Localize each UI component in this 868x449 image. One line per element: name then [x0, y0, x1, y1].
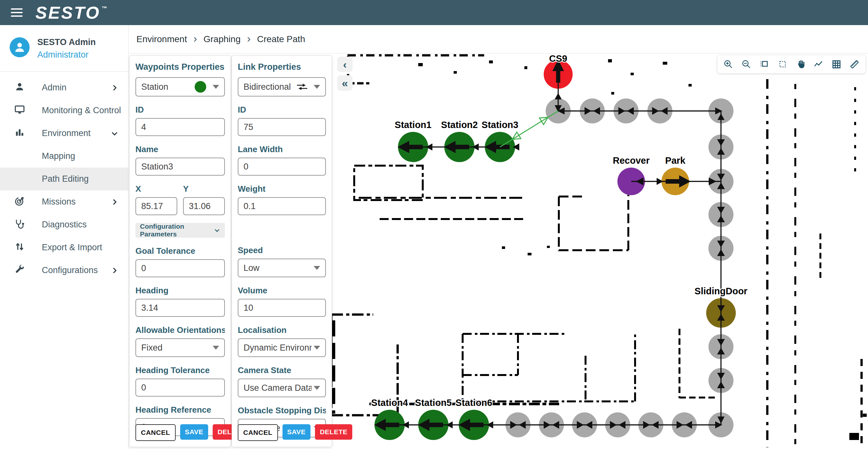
- heading-tolerance-input[interactable]: 0: [135, 379, 225, 396]
- sidebar-item-mapping[interactable]: Mapping: [0, 145, 128, 167]
- cancel-button[interactable]: CANCEL: [238, 424, 278, 441]
- map-area: CS9SlidingDoorStation1Station2Station3Re…: [129, 54, 868, 449]
- map-toolbar: [717, 55, 865, 73]
- sidebar-item-monitoring[interactable]: Monitoring & Control: [0, 99, 128, 122]
- sidebar-item-admin[interactable]: Admin: [0, 76, 128, 99]
- breadcrumb-environment[interactable]: Environment: [136, 34, 187, 44]
- monitor-icon: [14, 104, 27, 117]
- camera-state-select[interactable]: Use Camera Data: [238, 379, 326, 397]
- delete-button[interactable]: DELETE: [315, 424, 352, 440]
- map-node-label: CS9: [549, 54, 567, 64]
- sidebar: SESTO Admin Administrator Admin Monitori…: [0, 25, 129, 449]
- weight-label: Weight: [238, 184, 326, 194]
- stethoscope-icon: [14, 218, 27, 231]
- goal-tolerance-input[interactable]: 0: [135, 259, 225, 277]
- heading-input[interactable]: 3.14: [135, 299, 225, 317]
- breadcrumb-separator: ›: [193, 32, 197, 45]
- chevron-right-icon: [110, 84, 119, 92]
- heading-reference-label: Heading Reference: [135, 405, 225, 415]
- cancel-button[interactable]: CANCEL: [135, 424, 176, 441]
- breadcrumb-separator: ›: [247, 32, 251, 45]
- top-bar: SESTO™: [0, 0, 868, 25]
- arrows-up-down-icon: [14, 241, 27, 254]
- sidebar-item-path-editing[interactable]: Path Editing: [0, 167, 128, 190]
- breadcrumb-graphing[interactable]: Graphing: [204, 34, 241, 44]
- caret-down-icon: [314, 386, 320, 390]
- bar-chart-icon: [14, 127, 27, 140]
- allowable-orientations-label: Allowable Orientations: [135, 325, 225, 335]
- chevron-right-icon: [110, 198, 119, 206]
- wrench-icon: [14, 264, 27, 277]
- avatar[interactable]: [10, 37, 30, 57]
- brand-logo: SESTO™: [35, 4, 107, 21]
- collapse-panel-button[interactable]: ‹: [337, 57, 352, 72]
- id-label: ID: [135, 105, 225, 115]
- person-icon: [14, 82, 27, 94]
- user-role: Administrator: [37, 50, 96, 60]
- pan-hand-icon[interactable]: [795, 59, 806, 69]
- sidebar-item-configurations[interactable]: Configurations: [0, 259, 128, 282]
- chevron-right-icon: [110, 266, 119, 275]
- caret-down-icon: [314, 85, 320, 89]
- target-icon: [14, 196, 27, 209]
- link-id-input[interactable]: 75: [238, 118, 326, 136]
- lane-width-input[interactable]: 0: [238, 158, 326, 175]
- sidebar-item-environment[interactable]: Environment: [0, 122, 128, 145]
- x-input[interactable]: 85.17: [135, 197, 177, 215]
- map-node-label: SlidingDoor: [694, 286, 747, 296]
- breadcrumb-create-path[interactable]: Create Path: [257, 34, 305, 44]
- map-node-label: Station5: [415, 397, 452, 408]
- y-label: Y: [183, 184, 225, 194]
- obstacle-stopping-distance-label: Obstacle Stopping Distanc: [238, 406, 326, 416]
- trademark-symbol: ™: [102, 5, 107, 11]
- y-input[interactable]: 31.06: [183, 197, 225, 215]
- name-label: Name: [135, 145, 225, 154]
- link-id-label: ID: [238, 105, 326, 115]
- map-node-label: Station1: [395, 120, 431, 130]
- configuration-parameters-toggle[interactable]: Configuration Parameters: [135, 223, 225, 238]
- sidebar-nav: Admin Monitoring & Control Environment M…: [0, 72, 128, 282]
- zoom-in-icon[interactable]: [723, 59, 734, 69]
- sidebar-item-missions[interactable]: Missions: [0, 190, 128, 213]
- map-node-label: Station6: [456, 397, 492, 408]
- localisation-select[interactable]: Dynamic Environment: [238, 339, 326, 357]
- speed-select[interactable]: Low: [238, 259, 326, 277]
- save-button[interactable]: SAVE: [282, 424, 311, 440]
- caret-down-icon: [314, 266, 320, 270]
- zoom-out-icon[interactable]: [741, 59, 751, 69]
- waypoints-properties-panel: Waypoints Properties Station ID 4 Name S…: [129, 55, 231, 447]
- chevron-down-icon: [214, 226, 220, 234]
- waypoint-type-select[interactable]: Station: [135, 77, 225, 96]
- id-input[interactable]: 4: [135, 118, 225, 136]
- caret-down-icon: [213, 85, 219, 89]
- weight-input[interactable]: 0.1: [238, 197, 326, 215]
- app-root: SESTO™ SESTO Admin Administrator Admin: [0, 0, 868, 449]
- sidebar-item-export-import[interactable]: Export & Import: [0, 236, 128, 259]
- sidebar-item-diagnostics[interactable]: Diagnostics: [0, 213, 128, 236]
- save-button[interactable]: SAVE: [180, 424, 209, 440]
- speed-label: Speed: [238, 246, 326, 255]
- menu-icon[interactable]: [11, 8, 23, 17]
- heading-tolerance-label: Heading Tolerance: [135, 365, 225, 375]
- panel-title: Waypoints Properties: [135, 62, 225, 72]
- lane-width-label: Lane Width: [238, 145, 326, 154]
- x-label: X: [135, 184, 177, 194]
- volume-label: Volume: [238, 286, 326, 296]
- link-direction-select[interactable]: Bidirectional: [238, 77, 326, 96]
- caret-down-icon: [314, 346, 320, 350]
- breadcrumb: Environment › Graphing › Create Path: [129, 25, 868, 54]
- map-node-label: Recover: [613, 155, 650, 166]
- marquee-select-icon[interactable]: [777, 59, 787, 69]
- user-profile: SESTO Admin Administrator: [0, 25, 128, 60]
- heading-label: Heading: [135, 286, 225, 296]
- name-input[interactable]: Station3: [135, 158, 225, 175]
- measure-ruler-icon[interactable]: [849, 59, 860, 69]
- allowable-orientations-select[interactable]: Fixed: [135, 339, 225, 357]
- volume-input[interactable]: 10: [238, 299, 326, 317]
- collapse-all-panels-button[interactable]: «: [337, 75, 352, 91]
- goal-tolerance-label: Goal Tolerance: [135, 246, 225, 256]
- fit-screen-icon[interactable]: [759, 59, 770, 69]
- grid-icon[interactable]: [831, 59, 842, 69]
- draw-path-icon[interactable]: [813, 59, 824, 69]
- map-node-label: Park: [665, 155, 686, 166]
